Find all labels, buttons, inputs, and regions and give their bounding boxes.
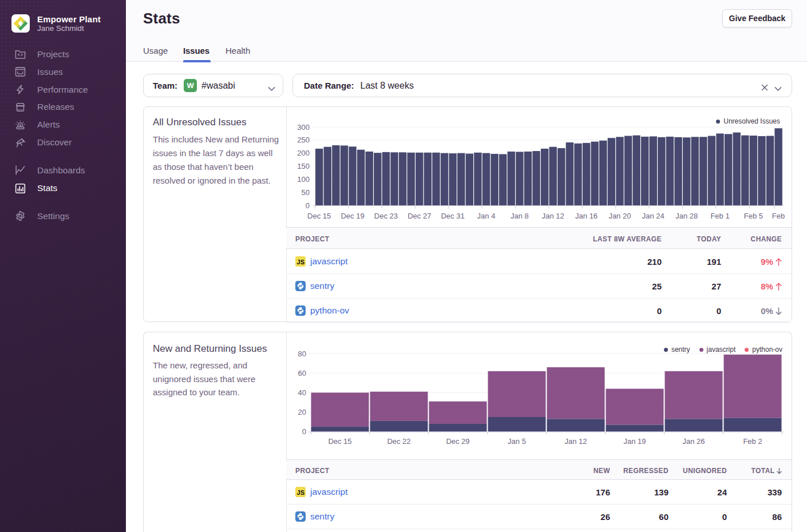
- svg-text:0: 0: [306, 201, 310, 210]
- svg-text:Jan 8: Jan 8: [511, 212, 529, 220]
- svg-text:Jan 5: Jan 5: [508, 437, 526, 446]
- svg-text:100: 100: [297, 175, 310, 184]
- svg-text:Jan 4: Jan 4: [477, 212, 496, 220]
- svg-text:Dec 15: Dec 15: [307, 212, 331, 220]
- svg-text:Jan 24: Jan 24: [642, 212, 664, 220]
- svg-text:Jan 28: Jan 28: [675, 212, 698, 220]
- svg-text:200: 200: [297, 149, 310, 157]
- svg-text:20: 20: [298, 408, 306, 416]
- svg-text:JS: JS: [297, 259, 304, 265]
- svg-text:40: 40: [298, 388, 306, 397]
- svg-text:Dec 27: Dec 27: [408, 212, 431, 220]
- svg-text:JS: JS: [297, 489, 304, 496]
- svg-text:0: 0: [302, 427, 306, 436]
- svg-text:Feb 1: Feb 1: [710, 212, 729, 220]
- svg-text:60: 60: [298, 369, 306, 378]
- svg-text:Feb 5: Feb 5: [744, 212, 763, 220]
- svg-text:150: 150: [297, 162, 310, 170]
- svg-text:Dec 22: Dec 22: [387, 437, 410, 446]
- svg-text:Feb: Feb: [772, 212, 785, 220]
- svg-text:50: 50: [302, 188, 310, 197]
- svg-text:Jan 16: Jan 16: [575, 212, 598, 220]
- svg-text:250: 250: [297, 136, 310, 144]
- svg-text:Dec 31: Dec 31: [441, 212, 464, 220]
- svg-text:80: 80: [298, 350, 306, 358]
- svg-text:Feb 2: Feb 2: [743, 437, 762, 446]
- svg-text:Dec 19: Dec 19: [341, 212, 364, 220]
- svg-text:Dec 29: Dec 29: [446, 437, 469, 446]
- svg-text:Dec 23: Dec 23: [374, 212, 398, 220]
- svg-text:Jan 12: Jan 12: [542, 212, 564, 220]
- svg-text:Dec 15: Dec 15: [328, 437, 351, 446]
- svg-text:Jan 26: Jan 26: [682, 437, 705, 446]
- svg-text:Jan 19: Jan 19: [623, 437, 646, 446]
- svg-text:300: 300: [297, 123, 310, 132]
- svg-text:Jan 12: Jan 12: [564, 437, 587, 446]
- svg-text:Jan 20: Jan 20: [608, 212, 631, 220]
